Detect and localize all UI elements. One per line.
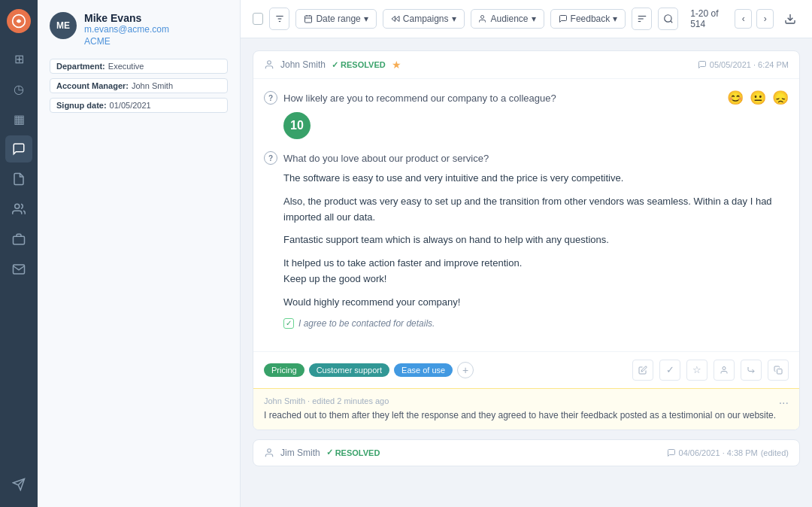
nav-icon-dashboard[interactable]: ⊞ <box>5 45 32 72</box>
prev-page-button[interactable]: ‹ <box>735 9 752 29</box>
share-action-icon[interactable] <box>741 360 762 381</box>
audience-button[interactable]: Audience ▾ <box>471 9 544 29</box>
tag-signup-date-value: 01/05/2021 <box>110 101 151 110</box>
note-more-button[interactable]: ··· <box>779 396 789 410</box>
contact-name: Mike Evans <box>84 12 169 24</box>
nav-icon-chart[interactable]: ▦ <box>5 105 32 132</box>
response-date-text-2: 04/06/2021 · 4:38 PM <box>679 448 758 457</box>
copy-action-icon[interactable] <box>768 360 789 381</box>
contact-company[interactable]: ACME <box>84 36 169 47</box>
tag-signup-date: Signup date: 01/05/2021 <box>50 98 228 113</box>
response-card: John Smith ✓ RESOLVED ★ 05/05/2021 · 6:2… <box>253 50 800 430</box>
person-action-icon[interactable] <box>714 360 735 381</box>
nav-icon-clock[interactable]: ◷ <box>5 75 32 102</box>
neutral-emoji: 😐 <box>750 90 766 106</box>
agree-checkbox: ✓ <box>283 318 294 329</box>
note-author: John Smith · edited 2 minutes ago <box>264 396 776 405</box>
check-action-icon[interactable]: ✓ <box>659 360 680 381</box>
tag-department: Department: Executive <box>50 59 228 74</box>
svg-point-18 <box>664 15 671 22</box>
next-page-button[interactable]: › <box>756 9 774 29</box>
tag-department-value: Executive <box>108 62 144 71</box>
nav-icon-plane[interactable] <box>5 471 32 498</box>
tag-pricing[interactable]: Pricing <box>264 363 304 377</box>
edit-action-icon[interactable] <box>632 360 653 381</box>
nav-icon-message[interactable] <box>5 135 32 162</box>
feedback-button[interactable]: Feedback ▾ <box>550 9 626 29</box>
svg-point-21 <box>268 61 271 65</box>
edited-label: (edited) <box>761 448 789 457</box>
response-header-2: Jim Smith ✓ RESOLVED 04/06/2021 · 4:38 P… <box>253 440 799 466</box>
nav-icon-mail[interactable] <box>5 256 32 283</box>
note-card: John Smith · edited 2 minutes ago I reac… <box>253 388 799 430</box>
nps-question-block: ? How likely are you to recommend our co… <box>264 90 789 139</box>
contact-sidebar: ME Mike Evans m.evans@acme.com ACME Depa… <box>38 0 241 507</box>
nav-icon-briefcase[interactable] <box>5 226 32 253</box>
resolved-badge: ✓ RESOLVED <box>332 60 386 70</box>
tags-row: Pricing Customer support Ease of use + ✓… <box>253 351 799 388</box>
left-navigation: ⊞ ◷ ▦ <box>0 0 38 507</box>
star-action-icon[interactable]: ☆ <box>686 360 707 381</box>
svg-line-19 <box>670 21 672 23</box>
tag-signup-date-label: Signup date: <box>56 101 107 110</box>
svg-point-14 <box>480 16 483 19</box>
svg-marker-13 <box>395 17 399 22</box>
tag-customer-support[interactable]: Customer support <box>309 363 389 377</box>
svg-rect-8 <box>305 16 312 23</box>
svg-point-1 <box>15 204 20 208</box>
question-icon-2: ? <box>264 151 277 165</box>
text-question-block: ? What do you love about our product or … <box>264 151 789 329</box>
date-range-chevron: ▾ <box>364 14 368 24</box>
response-header: John Smith ✓ RESOLVED ★ 05/05/2021 · 6:2… <box>253 51 799 79</box>
contact-card: ME Mike Evans m.evans@acme.com ACME <box>50 12 228 47</box>
add-tag-button[interactable]: + <box>457 362 474 378</box>
response-answer-text: The software is easy to use and very int… <box>283 171 789 311</box>
response-feed: John Smith ✓ RESOLVED ★ 05/05/2021 · 6:2… <box>241 38 812 507</box>
response-date: 05/05/2021 · 6:24 PM <box>698 60 789 69</box>
svg-point-22 <box>723 366 726 369</box>
resolved-badge-2: ✓ RESOLVED <box>326 448 380 457</box>
response-date-text: 05/05/2021 · 6:24 PM <box>710 60 789 69</box>
select-all-checkbox[interactable] <box>253 13 263 25</box>
export-button[interactable] <box>780 8 800 30</box>
filter-icon-btn[interactable] <box>269 8 289 30</box>
svg-point-24 <box>268 448 271 452</box>
sad-emoji: 😞 <box>772 90 789 106</box>
star-icon[interactable]: ★ <box>392 59 401 71</box>
svg-rect-23 <box>777 369 783 374</box>
campaigns-label: Campaigns <box>403 14 449 24</box>
resolved-label-2: RESOLVED <box>335 448 380 457</box>
svg-marker-12 <box>392 17 395 22</box>
toolbar: Date range ▾ Campaigns ▾ Audience ▾ Feed… <box>241 0 812 38</box>
response-user-2: Jim Smith <box>280 448 320 458</box>
app-logo[interactable] <box>7 9 31 33</box>
pagination-text: 1-20 of 514 <box>690 8 730 29</box>
campaigns-button[interactable]: Campaigns ▾ <box>383 9 465 29</box>
question-icon: ? <box>264 91 277 105</box>
nav-icon-people[interactable] <box>5 196 32 223</box>
contact-email[interactable]: m.evans@acme.com <box>84 24 169 35</box>
happy-emoji: 😊 <box>727 90 744 106</box>
tag-account-manager-value: John Smith <box>132 81 173 90</box>
response-body: ? How likely are you to recommend our co… <box>253 79 799 351</box>
campaigns-chevron: ▾ <box>452 14 456 24</box>
main-content: Date range ▾ Campaigns ▾ Audience ▾ Feed… <box>241 0 812 507</box>
tag-account-manager: Account Manager: John Smith <box>50 78 228 93</box>
resolved-label: RESOLVED <box>341 60 386 69</box>
nav-icon-document[interactable] <box>5 165 32 193</box>
date-range-label: Date range <box>316 14 360 24</box>
response-card-2: Jim Smith ✓ RESOLVED 04/06/2021 · 4:38 P… <box>253 439 800 466</box>
search-button[interactable] <box>658 8 678 30</box>
nps-question-text: How likely are you to recommend our comp… <box>283 93 556 104</box>
pagination: 1-20 of 514 ‹ › <box>690 8 774 29</box>
sort-button[interactable] <box>632 8 652 30</box>
date-range-button[interactable]: Date range ▾ <box>295 9 376 29</box>
tag-ease-of-use[interactable]: Ease of use <box>394 363 453 377</box>
contact-tags: Department: Executive Account Manager: J… <box>50 59 228 113</box>
action-icons: ✓ ☆ <box>632 360 789 381</box>
note-meta: · edited 2 minutes ago <box>308 396 389 405</box>
svg-rect-2 <box>14 236 25 244</box>
agree-row: ✓ I agree to be contacted for details. <box>283 318 789 329</box>
feedback-chevron: ▾ <box>613 14 617 24</box>
response-user: John Smith <box>280 59 326 70</box>
